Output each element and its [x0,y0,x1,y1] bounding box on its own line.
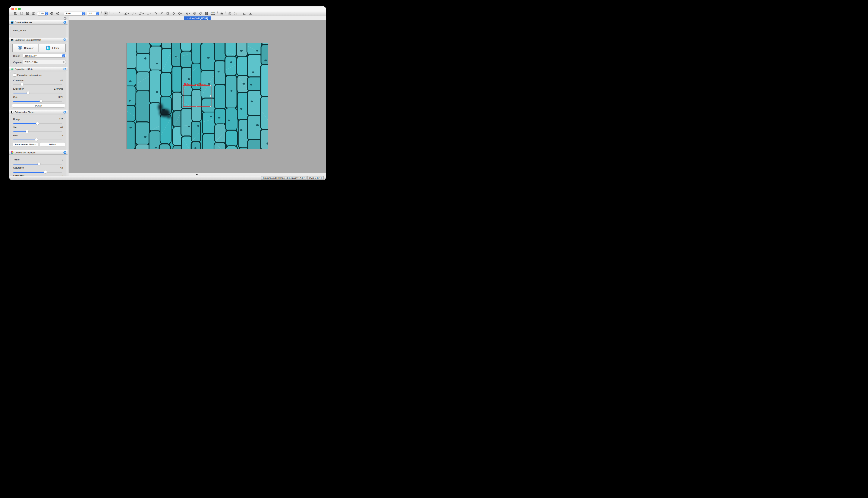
camera-timer-icon[interactable] [31,12,36,16]
perpendicular-icon[interactable] [146,12,152,16]
exposure-value: 33.09ms [54,88,63,90]
section-title: Exposition et Gain [15,68,62,70]
roi-handle-ne[interactable] [210,85,212,87]
red-slider[interactable] [13,122,62,125]
scalebar-icon[interactable]: 10um [210,12,216,16]
close-window-button[interactable] [11,8,14,10]
white-balance-button[interactable]: Balance des Blancs [13,143,38,146]
collapse-section-icon[interactable] [63,21,66,24]
camera-list-item[interactable]: Swift_EC5R [13,29,26,32]
slider-thumb[interactable] [38,162,40,165]
green-slider[interactable] [13,130,62,133]
section-header-camera[interactable]: Caméra détectée [9,20,67,25]
rectangle-icon[interactable] [166,12,169,16]
collapse-sidebar-icon[interactable] [64,17,66,19]
correction-row: Correction 48 [13,79,63,82]
roi-handle-sw[interactable] [183,106,184,107]
collapse-section-icon[interactable] [63,151,66,154]
slider-thumb[interactable] [21,83,24,86]
gain-slider[interactable] [13,100,62,103]
unit-select[interactable]: Pixel [64,12,85,15]
blue-slider[interactable] [13,138,62,141]
section-header-colors[interactable]: Couleurs et réglages [9,150,67,155]
export-down-icon[interactable] [248,12,253,16]
circle-icon[interactable] [178,12,183,16]
minimize-window-button[interactable] [15,8,17,10]
stepper-icon [96,12,99,15]
separator [101,12,102,15]
exposure-default-button[interactable]: Défaut [12,104,65,107]
hue-row: Teinte 0 [13,158,63,161]
hue-slider[interactable] [13,162,62,165]
polygon-icon[interactable] [199,12,203,16]
correction-label: Correction [13,79,24,82]
point-icon[interactable] [112,12,116,16]
flash-save-icon[interactable] [25,12,29,16]
close-icon[interactable]: × [187,17,188,19]
saturation-slider[interactable] [13,170,62,173]
roi-handle-e[interactable] [210,95,212,97]
curve-icon[interactable] [159,12,164,16]
slider-fill [13,172,45,173]
colors-panel: Teinte 0 Saturation 64 [10,155,66,175]
gear-icon[interactable] [50,12,54,16]
slider-thumb[interactable] [44,170,47,173]
section-header-exposure[interactable]: Exposition et Gain [9,67,67,71]
roi-handle-s[interactable] [196,106,198,107]
slider-thumb[interactable] [36,122,39,125]
double-circle-icon[interactable] [185,12,191,16]
toolbar-grip [240,12,241,15]
section-title: Balance des Blancs [15,111,62,114]
angle-icon[interactable] [124,12,129,16]
wb-default-button[interactable]: Défaut [40,143,65,146]
correction-slider[interactable] [13,83,62,86]
zoom-window-button[interactable] [18,8,21,10]
text-icon[interactable] [204,12,208,16]
auto-exposure-checkbox[interactable] [13,74,16,76]
ellipse-icon[interactable] [171,12,176,16]
bottom-panel-toggle[interactable] [68,173,326,175]
saturation-label: Saturation [13,167,24,169]
duplicate-icon[interactable] [242,12,246,16]
hue-value: 0 [62,158,63,161]
section-header-capture[interactable]: Capture et Enregistrement [9,38,67,42]
section-title: Couleurs et réglages [15,151,62,154]
save-icon[interactable] [20,12,24,16]
line-icon[interactable] [131,12,137,16]
section-header-whitebalance[interactable]: Balance des Blancs [9,110,67,114]
slider-thumb[interactable] [39,100,42,102]
calipers-icon[interactable] [219,12,224,16]
status-bar: Fréquence de l'Image: 30.0,Image: 12507 … [9,175,326,180]
toolbar-grip [11,12,12,15]
slider-thumb[interactable] [35,138,38,141]
roi-handle-se[interactable] [210,106,212,107]
capture-resolution-select[interactable]: 2592 x 1944 [23,60,66,64]
viewport: Balance des Blancs [68,20,326,173]
parallel-lines-icon[interactable] [139,12,144,16]
info-icon[interactable] [55,12,60,16]
roi-handle-w[interactable] [183,95,184,97]
record-button[interactable]: Filmer [39,44,66,52]
collapse-section-icon[interactable] [63,68,66,70]
layers-icon[interactable] [228,12,232,16]
collapse-section-icon[interactable] [63,111,66,114]
svg-text:CSV: CSV [235,13,237,14]
collapse-section-icon[interactable] [63,38,66,41]
csv-export-icon[interactable]: CSV [234,12,238,16]
cursor-icon[interactable] [104,12,108,16]
exposure-slider[interactable] [13,91,62,94]
slider-thumb[interactable] [26,130,28,133]
capture-button[interactable]: Capturer [12,44,38,52]
zoom-select[interactable]: 33% [37,12,48,15]
slider-thumb[interactable] [27,91,29,94]
arc-icon[interactable] [154,12,158,16]
concentric-circles-icon[interactable] [192,12,196,16]
tab-video[interactable]: × Vidéo[Swift_EC5R] [184,16,210,20]
white-balance-roi[interactable] [183,86,212,107]
arrow-up-icon[interactable] [118,12,122,16]
direct-resolution-select[interactable]: 2592 x 1944 [23,54,66,57]
red-label: Rouge [13,118,20,121]
open-icon[interactable] [13,12,17,16]
na-select[interactable]: NA [87,12,100,15]
slider-fill [13,140,36,140]
